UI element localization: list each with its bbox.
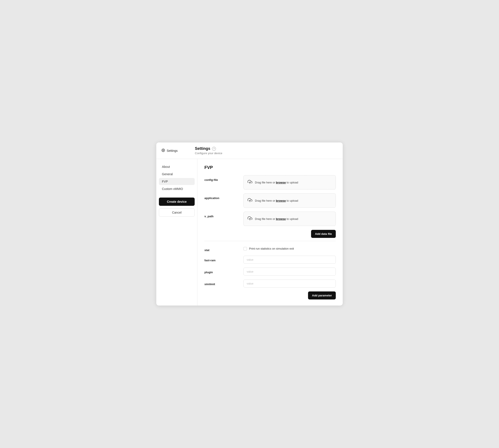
simlimit-label: simlimit bbox=[204, 280, 243, 286]
plugin-control bbox=[243, 268, 336, 276]
sidebar-item-fvp[interactable]: FVP bbox=[159, 178, 195, 185]
config-file-upload[interactable]: Drag file here or browse to upload bbox=[243, 175, 336, 190]
plugin-row: plugin bbox=[204, 268, 336, 276]
config-file-browse-link[interactable]: browse bbox=[276, 181, 286, 184]
v-path-browse-link[interactable]: browse bbox=[276, 217, 286, 221]
v-path-upload[interactable]: Drag file here or browse to upload bbox=[243, 212, 336, 226]
config-file-label: config-file bbox=[204, 175, 243, 181]
simlimit-row: simlimit bbox=[204, 280, 336, 288]
top-bar: Settings Settings ? Configure your devic… bbox=[156, 143, 343, 159]
fast-ram-label: fast-ram bbox=[204, 256, 243, 262]
top-bar-main: Settings ? Configure your device bbox=[190, 146, 338, 155]
gear-icon bbox=[161, 148, 165, 153]
config-file-upload-text: Drag file here or browse to upload bbox=[255, 181, 298, 184]
add-data-file-row: Add data file bbox=[204, 230, 336, 238]
sidebar-item-about[interactable]: About bbox=[159, 163, 195, 170]
divider bbox=[204, 241, 336, 241]
section-title: FVP bbox=[204, 165, 336, 170]
application-upload-text: Drag file here or browse to upload bbox=[255, 199, 298, 202]
stat-description: Print run statistics on simulation exit bbox=[249, 247, 294, 250]
sidebar-nav: About General FVP Custom vMMIO bbox=[159, 163, 195, 192]
application-control: Drag file here or browse to upload bbox=[243, 193, 336, 208]
add-parameter-row: Add parameter bbox=[204, 291, 336, 300]
page-title: Settings bbox=[195, 146, 210, 151]
fast-ram-control bbox=[243, 256, 336, 264]
stat-label: stat bbox=[204, 245, 243, 252]
application-label: application bbox=[204, 193, 243, 200]
config-file-row: config-file Drag file here or br bbox=[204, 175, 336, 190]
page-subtitle: Configure your device bbox=[195, 152, 338, 155]
fast-ram-input[interactable] bbox=[243, 256, 336, 264]
plugin-label: plugin bbox=[204, 268, 243, 274]
body-area: About General FVP Custom vMMIO Create de… bbox=[156, 159, 343, 305]
stat-checkbox[interactable] bbox=[243, 247, 247, 250]
application-browse-link[interactable]: browse bbox=[276, 199, 286, 202]
v-path-label: v_path bbox=[204, 212, 243, 218]
cancel-button[interactable]: Cancel bbox=[159, 208, 195, 217]
settings-title-row: Settings ? bbox=[195, 146, 338, 151]
v-path-control: Drag file here or browse to upload bbox=[243, 212, 336, 226]
sidebar-header: Settings bbox=[161, 148, 190, 153]
main-content: FVP config-file Drag fi bbox=[198, 159, 343, 305]
upload-icon-config bbox=[248, 179, 252, 185]
sidebar-item-general[interactable]: General bbox=[159, 171, 195, 177]
sidebar-header-label: Settings bbox=[167, 149, 178, 152]
application-upload[interactable]: Drag file here or browse to upload bbox=[243, 193, 336, 208]
create-device-button[interactable]: Create device bbox=[159, 198, 195, 206]
add-data-file-button[interactable]: Add data file bbox=[311, 230, 336, 238]
settings-window: Settings Settings ? Configure your devic… bbox=[156, 143, 343, 305]
sidebar-item-custom-vmmio[interactable]: Custom vMMIO bbox=[159, 185, 195, 192]
application-row: application Drag file here or br bbox=[204, 193, 336, 208]
simlimit-input[interactable] bbox=[243, 280, 336, 288]
upload-icon-application bbox=[248, 198, 252, 203]
stat-control: Print run statistics on simulation exit bbox=[243, 247, 294, 250]
stat-row: stat Print run statistics on simulation … bbox=[204, 245, 336, 252]
sidebar: About General FVP Custom vMMIO Create de… bbox=[156, 159, 198, 305]
v-path-row: v_path Drag file here or browse bbox=[204, 212, 336, 226]
upload-icon-v-path bbox=[248, 216, 252, 222]
config-file-control: Drag file here or browse to upload bbox=[243, 175, 336, 190]
add-parameter-button[interactable]: Add parameter bbox=[308, 291, 336, 300]
v-path-upload-text: Drag file here or browse to upload bbox=[255, 217, 298, 221]
plugin-input[interactable] bbox=[243, 268, 336, 276]
help-icon[interactable]: ? bbox=[212, 147, 216, 151]
simlimit-control bbox=[243, 280, 336, 288]
svg-point-0 bbox=[163, 150, 164, 151]
fast-ram-row: fast-ram bbox=[204, 256, 336, 264]
